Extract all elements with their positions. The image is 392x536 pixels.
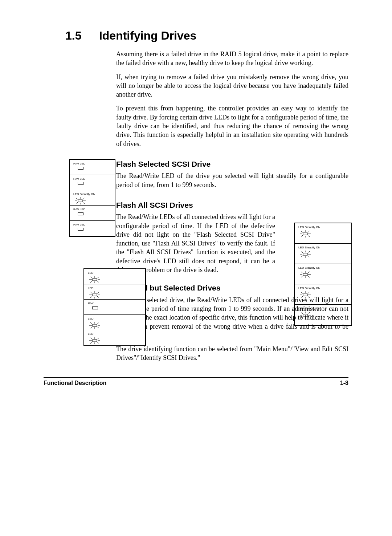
section-heading: 1.5 Identifying Drives (65, 29, 348, 42)
section-flash-selected: R/W LEDR/W LEDLED Steadily ONR/W LEDR/W … (116, 159, 348, 274)
led-off-icon (78, 212, 83, 215)
led-steady-on-icon (299, 251, 349, 259)
diagram-flash-all-but-selected: LEDLEDR/WLEDLED (83, 268, 146, 346)
svg-line-59 (90, 277, 92, 278)
svg-rect-81 (93, 340, 97, 342)
svg-line-70 (90, 296, 92, 298)
svg-line-17 (308, 235, 310, 237)
subsection-body: Except the selected drive, the Read/Writ… (116, 296, 348, 340)
diagram-flash-selected: R/W LEDR/W LEDLED Steadily ONR/W LEDR/W … (69, 159, 115, 237)
svg-line-33 (308, 272, 310, 273)
page-footer: Functional Description 1-8 (44, 380, 348, 386)
heading-number: 1.5 (65, 29, 96, 42)
led-steady-on-icon (299, 230, 349, 239)
svg-line-26 (308, 256, 310, 257)
subsection-body: The drive identifying function can be se… (116, 345, 348, 362)
led-off-icon (78, 182, 83, 185)
paragraph: If, when trying to remove a failed drive… (116, 73, 348, 99)
drive-bay: LED (84, 269, 145, 284)
svg-line-35 (308, 276, 310, 277)
section-flash-all: The Read/Write LEDs of all connected dri… (116, 212, 348, 274)
drive-led-label: R/W LED (73, 177, 85, 180)
svg-line-24 (308, 251, 310, 253)
svg-line-7 (76, 202, 78, 204)
svg-rect-9 (303, 233, 307, 235)
drive-led-label: R/W (88, 302, 94, 305)
led-off-icon (78, 167, 83, 170)
svg-line-87 (97, 338, 99, 339)
drive-led-label: LED (88, 287, 94, 290)
svg-line-80 (97, 327, 99, 328)
drive-led-label: LED Steadily ON (73, 192, 95, 196)
svg-line-77 (90, 322, 92, 324)
drive-bay: R/W LED (70, 206, 115, 221)
drive-led-label: LED (88, 317, 94, 320)
section-flash-all-but: LEDLEDR/WLEDLED Flash All but Selected D… (116, 283, 348, 362)
svg-line-16 (301, 235, 303, 237)
svg-line-88 (90, 342, 92, 344)
svg-line-69 (97, 292, 99, 293)
drive-bay: R/W LED (70, 160, 115, 175)
svg-rect-54 (93, 279, 97, 281)
drive-bay: LED (84, 315, 145, 330)
footer-right: 1-8 (340, 380, 348, 386)
subsection-body: The Read/Write LED of the drive you sele… (116, 171, 348, 189)
svg-line-34 (301, 276, 303, 277)
svg-line-6 (83, 198, 85, 199)
page: 1.5 Identifying Drives Assuming there is… (0, 0, 392, 536)
drive-led-label: LED (88, 332, 94, 336)
svg-rect-18 (303, 253, 307, 255)
paragraph: To prevent this from happening, the cont… (116, 104, 348, 148)
body-column: Assuming there is a failed drive in the … (116, 50, 348, 362)
drive-bay: LED Steadily ON (295, 264, 351, 284)
drive-led-label: LED Steadily ON (298, 226, 320, 229)
svg-line-86 (90, 338, 92, 339)
drive-led-label: R/W LED (73, 223, 85, 226)
svg-rect-72 (93, 324, 97, 326)
footer-left: Functional Description (44, 380, 106, 386)
led-steady-on-icon (299, 271, 349, 280)
svg-line-89 (97, 342, 99, 344)
svg-line-25 (301, 256, 303, 257)
paragraph: Assuming there is a failed drive in the … (116, 50, 348, 68)
subheading: Flash Selected SCSI Drive (116, 159, 348, 169)
led-steady-on-icon (89, 337, 143, 346)
led-off-icon (78, 228, 83, 231)
led-steady-on-icon (74, 197, 113, 206)
svg-line-8 (83, 202, 85, 204)
svg-line-15 (308, 231, 310, 232)
drive-bay: R/W LED (70, 175, 115, 190)
svg-line-61 (90, 281, 92, 283)
svg-line-60 (97, 277, 99, 278)
svg-line-5 (76, 198, 78, 199)
drive-bay: R/W (84, 300, 145, 315)
drive-led-label: LED Steadily ON (298, 266, 320, 269)
drive-led-label: LED (88, 271, 94, 275)
drive-bay: R/W LED (70, 221, 115, 236)
drive-bay: LED Steadily ON (295, 223, 351, 244)
drive-bay: LED Steadily ON (70, 190, 115, 206)
subheading: Flash All but Selected Drives (116, 283, 348, 293)
svg-rect-0 (78, 200, 82, 202)
drive-bay: LED (84, 284, 145, 300)
heading-title: Identifying Drives (99, 29, 197, 42)
svg-rect-63 (93, 294, 97, 296)
drive-led-label: R/W LED (73, 208, 85, 211)
svg-line-14 (301, 231, 303, 232)
svg-line-62 (97, 281, 99, 283)
drive-led-label: LED Steadily ON (298, 246, 320, 249)
svg-line-78 (97, 322, 99, 324)
drive-bay: LED (84, 330, 145, 345)
subsection-body: The Read/Write LEDs of all connected dri… (116, 212, 275, 274)
svg-line-79 (90, 327, 92, 328)
footer-divider (44, 377, 348, 378)
svg-line-68 (90, 292, 92, 293)
drive-led-label: R/W LED (73, 162, 85, 165)
led-steady-on-icon (89, 322, 143, 330)
drive-bay: LED Steadily ON (295, 244, 351, 264)
svg-line-71 (97, 296, 99, 298)
led-steady-on-icon (89, 276, 143, 285)
svg-line-32 (301, 272, 303, 273)
svg-line-23 (301, 251, 303, 253)
led-steady-on-icon (89, 291, 143, 300)
